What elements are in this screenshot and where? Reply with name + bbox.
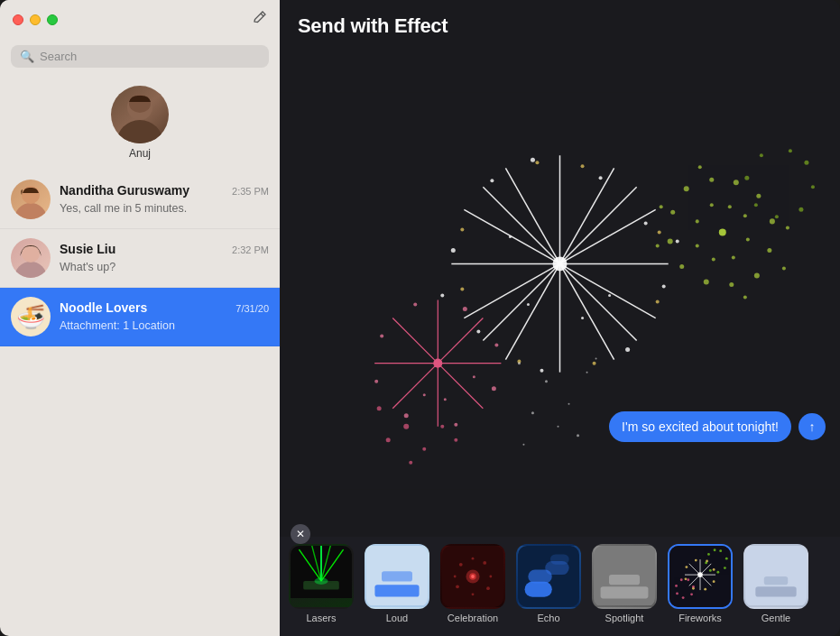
conversation-info: Noodle Lovers 7/31/20 Attachment: 1 Loca… — [60, 300, 269, 333]
close-button[interactable] — [13, 14, 23, 25]
conversation-name: Noodle Lovers — [60, 300, 147, 315]
conversation-info: Susie Liu 2:32 PM What's up? — [60, 242, 269, 274]
conversation-name: Susie Liu — [60, 242, 115, 256]
svg-point-95 — [660, 205, 663, 208]
svg-point-87 — [696, 244, 699, 247]
svg-point-93 — [698, 165, 702, 169]
svg-point-171 — [724, 567, 726, 569]
svg-point-42 — [658, 230, 661, 234]
search-bar: 🔍 — [11, 45, 269, 68]
svg-point-173 — [709, 569, 712, 572]
maximize-button[interactable] — [47, 14, 58, 25]
search-input[interactable] — [40, 50, 260, 63]
compose-icon[interactable] — [253, 11, 267, 29]
svg-point-65 — [380, 335, 383, 338]
avatar — [111, 86, 169, 143]
effect-label-gentle: Gentle — [762, 613, 790, 623]
svg-point-84 — [746, 237, 750, 241]
svg-point-105 — [568, 403, 570, 405]
effect-item-loud[interactable]: Loud — [361, 544, 433, 623]
pinned-contact-anuj[interactable]: Anuj — [0, 77, 280, 171]
svg-point-167 — [685, 566, 688, 568]
svg-point-164 — [704, 588, 706, 591]
conversation-info: Nanditha Guruswamy 2:35 PM Yes, call me … — [60, 183, 269, 216]
svg-point-29 — [662, 284, 666, 288]
svg-point-75 — [729, 282, 734, 287]
traffic-lights — [13, 14, 58, 25]
svg-point-61 — [492, 386, 496, 391]
svg-point-85 — [732, 255, 735, 259]
svg-rect-129 — [374, 585, 419, 596]
svg-point-27 — [531, 158, 535, 162]
svg-point-112 — [522, 444, 524, 446]
svg-point-59 — [413, 303, 417, 307]
svg-point-6 — [14, 262, 47, 278]
effect-item-celebration[interactable]: Celebration — [437, 544, 509, 623]
svg-point-107 — [586, 372, 588, 373]
svg-point-172 — [716, 571, 719, 574]
svg-point-43 — [656, 300, 660, 304]
message-bubble: I'm so excited about tonight! — [609, 411, 791, 442]
effect-label-spotlight: Spotlight — [605, 613, 644, 623]
avatar — [11, 238, 51, 278]
effect-label-lasers: Lasers — [306, 613, 336, 623]
conversation-nanditha[interactable]: Nanditha Guruswamy 2:35 PM Yes, call me … — [0, 171, 280, 229]
conversation-time: 2:32 PM — [232, 244, 269, 255]
svg-point-118 — [377, 406, 382, 410]
svg-point-4 — [14, 203, 47, 219]
svg-point-108 — [518, 362, 521, 364]
svg-point-31 — [540, 369, 543, 373]
effect-item-fireworks[interactable]: Fireworks — [664, 544, 736, 623]
svg-point-135 — [459, 563, 463, 567]
svg-point-74 — [754, 272, 760, 278]
svg-point-134 — [471, 575, 475, 578]
search-icon: 🔍 — [20, 50, 34, 63]
svg-point-30 — [625, 347, 630, 352]
svg-point-68 — [473, 375, 475, 378]
send-button[interactable]: ↑ — [798, 413, 826, 440]
svg-point-48 — [460, 287, 464, 290]
close-effects-button[interactable]: ✕ — [291, 524, 310, 544]
conversation-name: Nanditha Guruswamy — [60, 183, 189, 198]
effect-label-celebration: Celebration — [448, 613, 498, 623]
svg-rect-144 — [525, 582, 552, 597]
svg-point-162 — [713, 568, 715, 571]
effect-item-echo[interactable]: Echo — [512, 544, 585, 623]
minimize-button[interactable] — [30, 14, 41, 25]
svg-point-97 — [804, 161, 808, 165]
effect-item-spotlight[interactable]: Spotlight — [588, 544, 660, 623]
svg-point-39 — [676, 239, 679, 243]
conversation-preview: What's up? — [60, 261, 115, 273]
svg-point-110 — [557, 426, 558, 428]
effect-item-gentle[interactable]: Gentle — [740, 544, 812, 623]
effect-label-fireworks: Fireworks — [678, 613, 722, 623]
svg-rect-147 — [550, 554, 569, 564]
svg-point-98 — [811, 185, 815, 189]
svg-point-141 — [454, 576, 457, 578]
conversation-susie[interactable]: Susie Liu 2:32 PM What's up? — [0, 229, 280, 288]
svg-point-100 — [775, 215, 779, 218]
svg-point-60 — [494, 344, 498, 347]
svg-point-77 — [679, 264, 684, 269]
svg-point-96 — [789, 149, 792, 152]
svg-point-36 — [527, 303, 530, 306]
svg-point-76 — [704, 279, 709, 284]
svg-point-181 — [676, 592, 678, 595]
svg-point-63 — [404, 413, 409, 418]
effect-item-lasers[interactable]: Lasers — [285, 544, 357, 623]
svg-point-114 — [422, 447, 426, 451]
conversation-noodle[interactable]: 🍜 Noodle Lovers 7/31/20 Attachment: 1 Lo… — [0, 288, 280, 346]
svg-point-116 — [440, 425, 444, 429]
svg-point-139 — [472, 558, 475, 560]
svg-point-78 — [668, 238, 673, 244]
effect-header: Send with Effect — [280, 0, 840, 45]
conversation-time: 2:35 PM — [232, 186, 269, 197]
svg-point-26 — [599, 176, 603, 180]
effect-thumbnail-spotlight — [592, 544, 657, 609]
svg-point-111 — [577, 434, 579, 437]
svg-point-35 — [581, 317, 584, 319]
svg-point-175 — [707, 553, 710, 556]
svg-rect-186 — [764, 576, 788, 585]
effect-label-loud: Loud — [386, 613, 408, 623]
main-content: Send with Effect — [280, 0, 840, 636]
